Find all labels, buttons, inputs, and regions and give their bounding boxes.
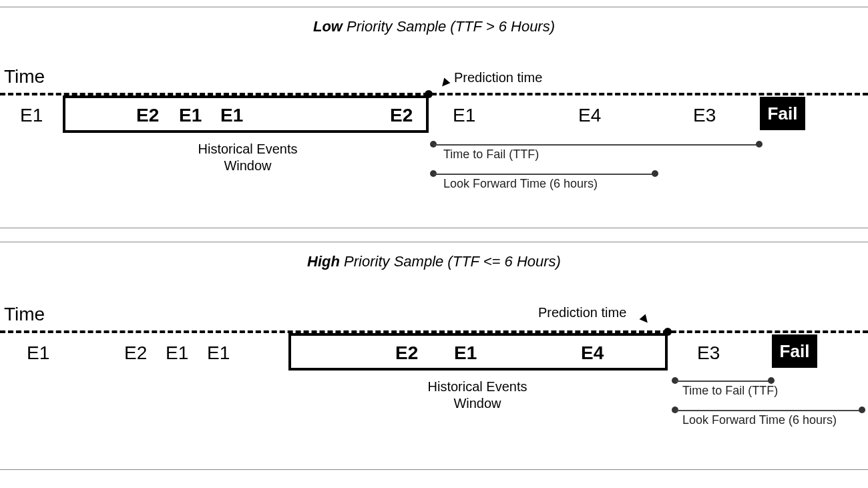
prediction-time-arrow-icon — [640, 314, 651, 326]
panel-a-title: Low Priority Sample (TTF > 6 Hours) — [0, 18, 868, 35]
event-e1: E1 — [179, 105, 202, 126]
event-e1: E1 — [27, 342, 49, 364]
event-e2: E2 — [124, 342, 147, 364]
lft-span-end-dot — [859, 407, 865, 413]
lft-span-line — [676, 410, 861, 411]
fail-box: Fail — [760, 97, 805, 130]
event-e1: E1 — [20, 105, 43, 126]
panel-b-title: High Priority Sample (TTF <= 6 Hours) — [0, 253, 868, 270]
event-e1: E1 — [207, 342, 230, 364]
prediction-time-label: Prediction time — [454, 70, 542, 85]
prediction-time-dot — [425, 90, 433, 98]
ttf-span-end-dot — [756, 141, 763, 148]
historical-events-window-label: Historical EventsWindow — [164, 141, 331, 174]
historical-events-window-label: Historical EventsWindow — [394, 379, 561, 412]
ttf-span-end-dot — [768, 377, 775, 384]
ttf-span-label: Time to Fail (TTF) — [443, 148, 539, 162]
panel-high-priority: High Priority Sample (TTF <= 6 Hours) Ti… — [0, 242, 868, 470]
event-e4: E4 — [581, 342, 604, 364]
event-e2: E2 — [136, 105, 159, 126]
ttf-span-line — [676, 381, 771, 382]
event-e4: E4 — [578, 105, 601, 126]
historical-events-window-box — [63, 95, 429, 133]
event-e2: E2 — [390, 105, 413, 126]
ttf-span-label: Time to Fail (TTF) — [682, 384, 778, 398]
prediction-time-arrow-icon — [439, 78, 451, 89]
lft-span-line — [434, 174, 654, 175]
event-e1: E1 — [166, 342, 188, 364]
event-e3: E3 — [693, 105, 716, 126]
event-e1: E1 — [453, 105, 475, 126]
prediction-time-label: Prediction time — [538, 305, 626, 320]
ttf-span-line — [434, 144, 758, 146]
prediction-time-dot — [664, 328, 672, 336]
time-axis-label: Time — [4, 304, 45, 325]
event-e1: E1 — [454, 342, 477, 364]
lft-span-end-dot — [652, 170, 658, 177]
fail-box: Fail — [772, 334, 817, 368]
lft-span-label: Look Forward Time (6 hours) — [682, 413, 837, 427]
historical-events-window-box — [288, 333, 668, 371]
lft-span-label: Look Forward Time (6 hours) — [443, 177, 598, 191]
event-e3: E3 — [697, 342, 720, 364]
time-axis-label: Time — [4, 66, 45, 87]
event-e2: E2 — [395, 342, 418, 364]
event-e1: E1 — [220, 105, 243, 126]
figure: Low Priority Sample (TTF > 6 Hours) Time… — [0, 0, 868, 488]
panel-low-priority: Low Priority Sample (TTF > 6 Hours) Time… — [0, 7, 868, 228]
